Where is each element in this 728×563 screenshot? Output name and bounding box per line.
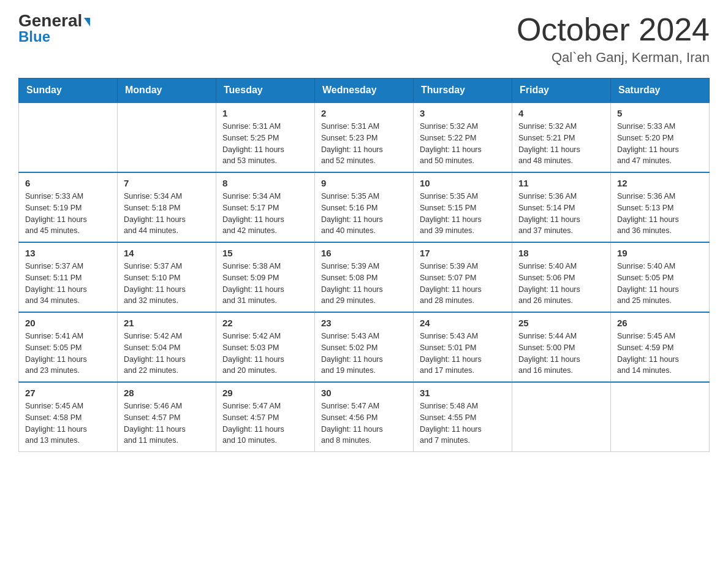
day-number: 20: [25, 318, 111, 328]
calendar-cell-w5-d4: 30Sunrise: 5:47 AMSunset: 4:56 PMDayligh…: [315, 382, 414, 452]
week-row-3: 13Sunrise: 5:37 AMSunset: 5:11 PMDayligh…: [19, 242, 710, 312]
day-number: 16: [321, 248, 407, 258]
calendar-cell-w5-d5: 31Sunrise: 5:48 AMSunset: 4:55 PMDayligh…: [414, 382, 512, 452]
day-number: 27: [25, 388, 111, 398]
day-number: 18: [518, 248, 604, 258]
calendar-cell-w2-d5: 10Sunrise: 5:35 AMSunset: 5:15 PMDayligh…: [414, 172, 512, 242]
day-info: Sunrise: 5:42 AMSunset: 5:03 PMDaylight:…: [222, 331, 308, 377]
week-row-5: 27Sunrise: 5:45 AMSunset: 4:58 PMDayligh…: [19, 382, 710, 452]
calendar-cell-w4-d4: 23Sunrise: 5:43 AMSunset: 5:02 PMDayligh…: [315, 312, 414, 382]
day-info: Sunrise: 5:34 AMSunset: 5:17 PMDaylight:…: [222, 191, 308, 237]
day-number: 6: [25, 178, 111, 188]
calendar-cell-w1-d7: 5Sunrise: 5:33 AMSunset: 5:20 PMDaylight…: [611, 102, 710, 172]
calendar-cell-w4-d2: 21Sunrise: 5:42 AMSunset: 5:04 PMDayligh…: [118, 312, 216, 382]
day-number: 31: [420, 388, 506, 398]
day-number: 17: [420, 248, 506, 258]
header-tuesday: Tuesday: [216, 79, 315, 103]
calendar-cell-w2-d3: 8Sunrise: 5:34 AMSunset: 5:17 PMDaylight…: [216, 172, 315, 242]
calendar-cell-w2-d4: 9Sunrise: 5:35 AMSunset: 5:16 PMDaylight…: [315, 172, 414, 242]
day-info: Sunrise: 5:39 AMSunset: 5:08 PMDaylight:…: [321, 261, 407, 307]
day-info: Sunrise: 5:41 AMSunset: 5:05 PMDaylight:…: [25, 331, 111, 377]
calendar-cell-w3-d3: 15Sunrise: 5:38 AMSunset: 5:09 PMDayligh…: [216, 242, 315, 312]
day-number: 10: [420, 178, 506, 188]
calendar-cell-w2-d2: 7Sunrise: 5:34 AMSunset: 5:18 PMDaylight…: [118, 172, 216, 242]
calendar-cell-w3-d1: 13Sunrise: 5:37 AMSunset: 5:11 PMDayligh…: [19, 242, 118, 312]
day-number: 13: [25, 248, 111, 258]
calendar-cell-w3-d2: 14Sunrise: 5:37 AMSunset: 5:10 PMDayligh…: [118, 242, 216, 312]
day-info: Sunrise: 5:39 AMSunset: 5:07 PMDaylight:…: [420, 261, 506, 307]
day-number: 24: [420, 318, 506, 328]
title-block: October 2024 Qal`eh Ganj, Kerman, Iran: [517, 12, 710, 66]
calendar-cell-w4-d6: 25Sunrise: 5:44 AMSunset: 5:00 PMDayligh…: [512, 312, 611, 382]
calendar-cell-w4-d1: 20Sunrise: 5:41 AMSunset: 5:05 PMDayligh…: [19, 312, 118, 382]
day-info: Sunrise: 5:44 AMSunset: 5:00 PMDaylight:…: [518, 331, 604, 377]
day-number: 11: [518, 178, 604, 188]
calendar-cell-w1-d4: 2Sunrise: 5:31 AMSunset: 5:23 PMDaylight…: [315, 102, 414, 172]
day-number: 28: [124, 388, 210, 398]
calendar-cell-w1-d6: 4Sunrise: 5:32 AMSunset: 5:21 PMDaylight…: [512, 102, 611, 172]
day-info: Sunrise: 5:33 AMSunset: 5:20 PMDaylight:…: [617, 121, 703, 167]
calendar-cell-w5-d1: 27Sunrise: 5:45 AMSunset: 4:58 PMDayligh…: [19, 382, 118, 452]
day-number: 26: [617, 318, 703, 328]
calendar-cell-w4-d7: 26Sunrise: 5:45 AMSunset: 4:59 PMDayligh…: [611, 312, 710, 382]
calendar-cell-w3-d7: 19Sunrise: 5:40 AMSunset: 5:05 PMDayligh…: [611, 242, 710, 312]
logo-triangle-icon: [84, 18, 90, 26]
week-row-1: 1Sunrise: 5:31 AMSunset: 5:25 PMDaylight…: [19, 102, 710, 172]
day-info: Sunrise: 5:40 AMSunset: 5:06 PMDaylight:…: [518, 261, 604, 307]
day-info: Sunrise: 5:37 AMSunset: 5:10 PMDaylight:…: [124, 261, 210, 307]
calendar-cell-w3-d6: 18Sunrise: 5:40 AMSunset: 5:06 PMDayligh…: [512, 242, 611, 312]
day-number: 4: [518, 108, 604, 118]
location-title: Qal`eh Ganj, Kerman, Iran: [517, 50, 710, 66]
header-thursday: Thursday: [414, 79, 512, 103]
day-number: 7: [124, 178, 210, 188]
day-number: 3: [420, 108, 506, 118]
day-info: Sunrise: 5:33 AMSunset: 5:19 PMDaylight:…: [25, 191, 111, 237]
header-wednesday: Wednesday: [315, 79, 414, 103]
calendar-cell-w2-d6: 11Sunrise: 5:36 AMSunset: 5:14 PMDayligh…: [512, 172, 611, 242]
header-monday: Monday: [118, 79, 216, 103]
logo-blue-text: Blue: [18, 28, 50, 45]
day-info: Sunrise: 5:47 AMSunset: 4:56 PMDaylight:…: [321, 400, 407, 446]
day-info: Sunrise: 5:40 AMSunset: 5:05 PMDaylight:…: [617, 261, 703, 307]
calendar-cell-w4-d3: 22Sunrise: 5:42 AMSunset: 5:03 PMDayligh…: [216, 312, 315, 382]
day-info: Sunrise: 5:35 AMSunset: 5:15 PMDaylight:…: [420, 191, 506, 237]
day-number: 1: [222, 108, 308, 118]
day-number: 21: [124, 318, 210, 328]
day-info: Sunrise: 5:46 AMSunset: 4:57 PMDaylight:…: [124, 400, 210, 446]
calendar-table: Sunday Monday Tuesday Wednesday Thursday…: [18, 78, 710, 452]
calendar-cell-w4-d5: 24Sunrise: 5:43 AMSunset: 5:01 PMDayligh…: [414, 312, 512, 382]
day-info: Sunrise: 5:48 AMSunset: 4:55 PMDaylight:…: [420, 400, 506, 446]
day-info: Sunrise: 5:47 AMSunset: 4:57 PMDaylight:…: [222, 400, 308, 446]
calendar-cell-w3-d4: 16Sunrise: 5:39 AMSunset: 5:08 PMDayligh…: [315, 242, 414, 312]
calendar-cell-w5-d2: 28Sunrise: 5:46 AMSunset: 4:57 PMDayligh…: [118, 382, 216, 452]
day-info: Sunrise: 5:36 AMSunset: 5:14 PMDaylight:…: [518, 191, 604, 237]
calendar-cell-w5-d7: [611, 382, 710, 452]
day-info: Sunrise: 5:37 AMSunset: 5:11 PMDaylight:…: [25, 261, 111, 307]
week-row-2: 6Sunrise: 5:33 AMSunset: 5:19 PMDaylight…: [19, 172, 710, 242]
day-number: 25: [518, 318, 604, 328]
header-friday: Friday: [512, 79, 611, 103]
day-info: Sunrise: 5:32 AMSunset: 5:21 PMDaylight:…: [518, 121, 604, 167]
day-number: 15: [222, 248, 308, 258]
day-number: 9: [321, 178, 407, 188]
month-title: October 2024: [517, 12, 710, 47]
calendar-cell-w1-d3: 1Sunrise: 5:31 AMSunset: 5:25 PMDaylight…: [216, 102, 315, 172]
day-info: Sunrise: 5:43 AMSunset: 5:02 PMDaylight:…: [321, 331, 407, 377]
day-number: 8: [222, 178, 308, 188]
logo: General Blue: [18, 12, 90, 45]
calendar-cell-w3-d5: 17Sunrise: 5:39 AMSunset: 5:07 PMDayligh…: [414, 242, 512, 312]
calendar-cell-w2-d1: 6Sunrise: 5:33 AMSunset: 5:19 PMDaylight…: [19, 172, 118, 242]
calendar-cell-w5-d6: [512, 382, 611, 452]
calendar-cell-w5-d3: 29Sunrise: 5:47 AMSunset: 4:57 PMDayligh…: [216, 382, 315, 452]
day-number: 30: [321, 388, 407, 398]
day-info: Sunrise: 5:31 AMSunset: 5:25 PMDaylight:…: [222, 121, 308, 167]
day-number: 23: [321, 318, 407, 328]
day-info: Sunrise: 5:36 AMSunset: 5:13 PMDaylight:…: [617, 191, 703, 237]
calendar-cell-w1-d5: 3Sunrise: 5:32 AMSunset: 5:22 PMDaylight…: [414, 102, 512, 172]
week-row-4: 20Sunrise: 5:41 AMSunset: 5:05 PMDayligh…: [19, 312, 710, 382]
day-info: Sunrise: 5:43 AMSunset: 5:01 PMDaylight:…: [420, 331, 506, 377]
day-info: Sunrise: 5:34 AMSunset: 5:18 PMDaylight:…: [124, 191, 210, 237]
header-saturday: Saturday: [611, 79, 710, 103]
day-info: Sunrise: 5:31 AMSunset: 5:23 PMDaylight:…: [321, 121, 407, 167]
day-number: 19: [617, 248, 703, 258]
